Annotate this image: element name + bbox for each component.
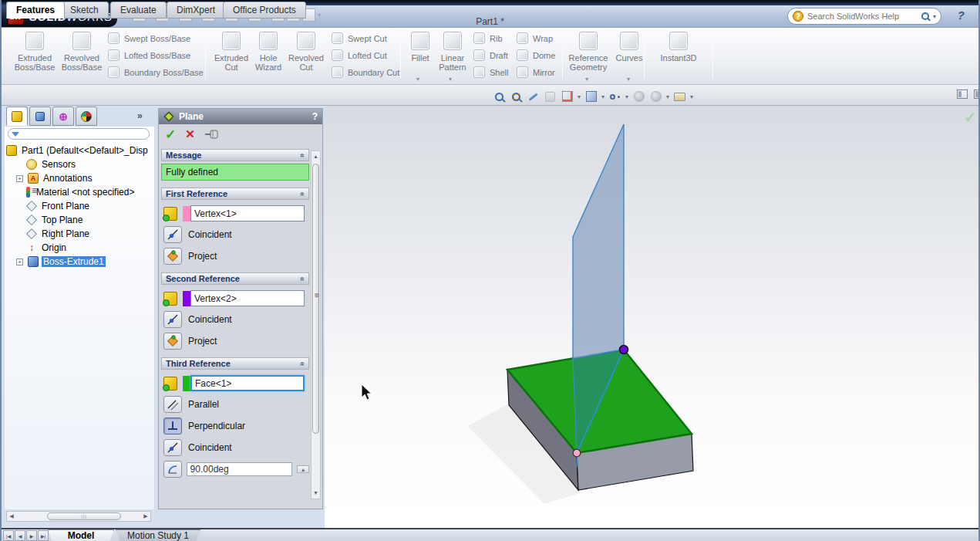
reference-geometry-dropdown-icon[interactable]: ▾ xyxy=(585,76,588,83)
panel-collapse-handle[interactable] xyxy=(158,299,159,327)
collapse-chevron-icon[interactable]: » xyxy=(298,153,307,157)
reference-plane[interactable] xyxy=(573,124,624,359)
expand-pane-icon[interactable] xyxy=(974,90,980,99)
revolved-cut-button[interactable]: Revolved Cut xyxy=(285,32,327,81)
scrollbar-thumb[interactable] xyxy=(312,164,319,434)
angle-input[interactable]: 90.00deg xyxy=(187,462,293,476)
linear-pattern-dropdown-icon[interactable]: ▾ xyxy=(449,76,452,83)
tree-item-part-root[interactable]: Part1 (Default<<Default>_Disp xyxy=(6,144,154,157)
apply-scene-icon[interactable] xyxy=(648,90,663,104)
section-view-icon[interactable] xyxy=(543,90,557,104)
collapse-pane-icon[interactable] xyxy=(957,90,968,99)
filter-input[interactable] xyxy=(19,130,149,138)
tab-sketch[interactable]: Sketch xyxy=(60,2,109,19)
appearance-manager-tab[interactable] xyxy=(76,107,97,126)
scroll-down-icon[interactable]: ▼ xyxy=(312,488,320,498)
panel-overflow-chevron-icon[interactable]: » xyxy=(137,110,143,121)
lofted-cut-button[interactable]: Lofted Cut xyxy=(332,49,399,61)
tree-horizontal-scrollbar[interactable]: ◀ ||| ▶ xyxy=(6,511,151,522)
keep-visible-pin-icon[interactable] xyxy=(204,129,220,140)
fillet-dropdown-icon[interactable]: ▾ xyxy=(416,76,419,83)
scrollbar-thumb[interactable]: ||| xyxy=(47,512,121,520)
curves-button[interactable]: Curves xyxy=(612,32,646,81)
hide-show-items-icon[interactable] xyxy=(608,90,622,104)
tab-features[interactable]: Features xyxy=(6,2,65,19)
hide-show-dropdown-icon[interactable]: ▾ xyxy=(625,93,628,100)
reference-geometry-button[interactable]: Reference Geometry xyxy=(566,32,611,81)
perpendicular-icon[interactable] xyxy=(163,418,182,434)
scroll-up-icon[interactable]: ▲ xyxy=(312,151,320,161)
apply-scene-dropdown-icon[interactable]: ▾ xyxy=(666,93,669,100)
angle-icon[interactable] xyxy=(163,461,182,478)
linear-pattern-button[interactable]: Linear Pattern xyxy=(435,32,470,81)
tab-evaluate[interactable]: Evaluate xyxy=(110,2,167,19)
extruded-boss-base-button[interactable]: Extruded Boss/Base xyxy=(12,32,57,81)
boundary-cut-button[interactable]: Boundary Cut xyxy=(332,66,399,78)
property-manager-scrollbar[interactable]: ▲ ▼ xyxy=(311,150,321,499)
configuration-manager-tab[interactable]: ⊕ xyxy=(52,107,74,126)
revolved-boss-base-button[interactable]: Revolved Boss/Base xyxy=(59,32,105,81)
view-settings-dropdown-icon[interactable]: ▾ xyxy=(690,93,693,100)
expand-icon[interactable]: + xyxy=(16,175,23,182)
project-icon[interactable] xyxy=(163,248,182,265)
draft-button[interactable]: Draft xyxy=(473,49,508,61)
property-manager-tab[interactable] xyxy=(29,107,51,126)
tree-item-material[interactable]: Material <not specified> xyxy=(6,185,154,199)
collapse-chevron-icon[interactable]: » xyxy=(298,191,307,196)
expand-icon[interactable]: + xyxy=(16,259,23,265)
collapse-chevron-icon[interactable]: » xyxy=(298,361,307,366)
boundary-boss-base-button[interactable]: Boundary Boss/Base xyxy=(108,66,204,78)
curves-dropdown-icon[interactable]: ▾ xyxy=(627,76,630,83)
previous-study-icon[interactable]: ◀ xyxy=(15,530,25,541)
graphics-area[interactable] xyxy=(325,106,980,528)
wrap-button[interactable]: Wrap xyxy=(517,32,555,44)
view-settings-icon[interactable] xyxy=(672,90,687,104)
help-search[interactable]: ? ▾ xyxy=(787,8,941,25)
tab-motion-study-1[interactable]: Motion Study 1 xyxy=(116,529,200,541)
tab-model[interactable]: Model xyxy=(48,529,114,541)
rib-button[interactable]: Rib xyxy=(473,32,508,44)
confirmation-corner-check-icon[interactable]: ✓ xyxy=(964,108,977,127)
coincident-icon[interactable] xyxy=(163,226,182,243)
fillet-button[interactable]: Fillet xyxy=(406,32,435,81)
third-reference-perpendicular[interactable]: Perpendicular xyxy=(163,418,309,434)
view-orientation-icon[interactable] xyxy=(560,90,574,104)
tree-item-boss-extrude1[interactable]: + Boss-Extrude1 xyxy=(6,255,154,269)
previous-view-icon[interactable] xyxy=(526,90,541,104)
zoom-to-area-icon[interactable] xyxy=(509,90,524,104)
tree-item-top-plane[interactable]: Top Plane xyxy=(6,213,154,227)
third-reference-coincident[interactable]: Coincident xyxy=(163,439,309,456)
second-reference-section-header[interactable]: Second Reference» xyxy=(161,272,309,285)
second-reference-project[interactable]: Project xyxy=(163,333,309,350)
tree-item-annotations[interactable]: + A Annotations xyxy=(6,171,154,185)
spinner-up-icon[interactable]: ▲ xyxy=(297,465,309,473)
third-reference-field[interactable]: Face<1> xyxy=(190,375,305,391)
tree-item-sensors[interactable]: Sensors xyxy=(6,157,154,171)
first-reference-field[interactable]: Vertex<1> xyxy=(190,205,305,221)
instant3d-button[interactable]: Instant3D xyxy=(654,32,703,81)
dome-button[interactable]: Dome xyxy=(517,49,555,61)
first-reference-section-header[interactable]: First Reference» xyxy=(161,188,309,200)
parallel-icon[interactable] xyxy=(163,396,182,413)
tab-office-products[interactable]: Office Products xyxy=(223,2,306,19)
vertex1-marker[interactable] xyxy=(573,449,581,457)
swept-boss-base-button[interactable]: Swept Boss/Base xyxy=(108,32,204,44)
third-reference-section-header[interactable]: Third Reference» xyxy=(161,357,309,370)
lofted-boss-base-button[interactable]: Lofted Boss/Base xyxy=(108,49,204,61)
search-input[interactable] xyxy=(803,12,921,21)
view-orientation-dropdown-icon[interactable]: ▾ xyxy=(578,93,581,100)
tree-item-front-plane[interactable]: Front Plane xyxy=(6,199,154,213)
shell-button[interactable]: Shell xyxy=(473,66,508,78)
display-style-icon[interactable] xyxy=(584,90,598,104)
last-study-icon[interactable]: ▶| xyxy=(38,530,49,541)
project-icon[interactable] xyxy=(163,333,182,350)
cancel-button[interactable]: ✕ xyxy=(185,127,195,141)
search-icon[interactable] xyxy=(921,12,929,20)
edit-appearance-icon[interactable] xyxy=(631,90,646,104)
first-study-icon[interactable]: |◀ xyxy=(3,530,14,541)
first-reference-coincident[interactable]: Coincident xyxy=(163,226,309,243)
feature-tree-tab[interactable] xyxy=(6,107,28,126)
search-dropdown-icon[interactable]: ▾ xyxy=(933,13,936,20)
swept-cut-button[interactable]: Swept Cut xyxy=(332,32,399,44)
first-reference-project[interactable]: Project xyxy=(163,248,309,265)
